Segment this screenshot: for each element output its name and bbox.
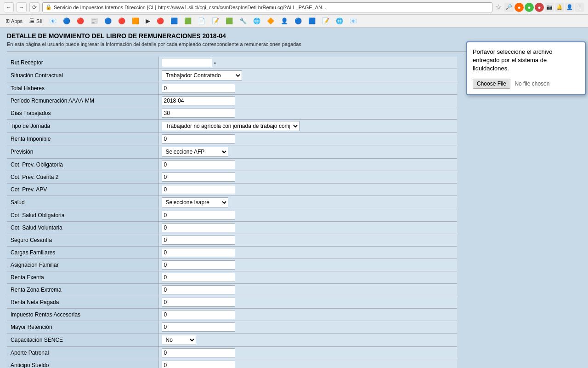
ext-icon-1[interactable]: 🔎 [504,3,514,12]
renta-zona-input[interactable] [162,285,235,294]
url-display: https://www1.sii.cl/cgi_csm/csmDespInsDe… [158,5,326,10]
table-row: Total Haberes [7,82,457,95]
table-row: Cargas Familiares [7,247,457,259]
bm-20[interactable]: 🔵 [293,17,304,25]
sii-bookmark[interactable]: 🏛SII [27,17,44,25]
table-row: Seguro Cesantía [7,234,457,247]
field-label-total-haberes: Total Haberes [7,82,158,95]
situacion-select[interactable]: Trabajador Contratado [162,70,242,80]
bm-7[interactable]: 🔴 [116,17,127,25]
renta-imponible-input[interactable] [162,134,235,144]
apps-bookmark[interactable]: ⊞ Apps [4,17,24,25]
field-label-renta-exenta: Renta Exenta [7,271,158,284]
bm-18[interactable]: 🔶 [265,17,276,25]
field-input-cot-prev-c2 [158,171,457,184]
field-input-salud: Seleccione Isapre [158,196,457,209]
capacitacion-select[interactable]: No Sí [162,335,196,345]
asignacion-input[interactable] [162,260,235,270]
field-label-salud: Salud [7,196,158,209]
field-label-periodo: Período Remuneración AAAA-MM [7,95,158,107]
cot-salud-obl-input[interactable] [162,211,235,220]
field-input-periodo [158,95,457,107]
bm-19[interactable]: 👤 [279,17,290,25]
renta-exenta-input[interactable] [162,273,235,282]
cot-salud-vol-input[interactable] [162,223,235,232]
bm-15[interactable]: 🟩 [224,17,235,25]
salud-select[interactable]: Seleccione Isapre [162,197,228,207]
bm-16[interactable]: 🔧 [237,17,249,25]
bm-21[interactable]: 🟦 [306,17,317,25]
cargas-input[interactable] [162,248,235,257]
periodo-input[interactable] [162,96,235,105]
rut-input[interactable] [162,58,212,67]
ext-icon-4[interactable]: ● [535,3,544,12]
bm-10[interactable]: 🔴 [155,17,166,25]
bookmarks-bar: ⊞ Apps 🏛SII 📧 🔵 🔴 📰 🔵 🔴 🟧 ▶ 🔴 🟦 🟩 📄 📝 🟩 … [0,15,588,28]
star-icon[interactable]: ☆ [495,3,502,12]
bm-14[interactable]: 📝 [210,17,221,25]
bm-17[interactable]: 🌐 [251,17,262,25]
bm-5[interactable]: 📰 [89,17,100,25]
apps-label: Apps [11,18,23,24]
field-input-renta-neta [158,296,457,309]
ext-icon-8[interactable]: ⋮ [575,3,584,12]
field-input-seguro [158,234,457,247]
bm-8[interactable]: 🟧 [130,17,141,25]
mayor-ret-input[interactable] [162,322,235,332]
bm-22[interactable]: 📝 [320,17,331,25]
bm-24[interactable]: 📧 [348,17,359,25]
renta-neta-input[interactable] [162,298,235,307]
bm-12[interactable]: 🟩 [182,17,193,25]
field-label-cargas: Cargas Familiares [7,247,158,259]
rut-dash: - [214,59,216,66]
field-input-cargas [158,247,457,259]
table-row: Anticipo Sueldo [7,359,457,368]
ext-icon-2[interactable]: ● [514,3,524,12]
field-input-aporte [158,347,457,359]
bm-6[interactable]: 🔵 [102,17,113,25]
bm-3[interactable]: 🔵 [61,17,72,25]
table-row: Cot. Prev. APV [7,184,457,196]
bm-11[interactable]: 🟦 [169,17,180,25]
choose-file-button[interactable]: Choose File [473,79,510,89]
bm-23[interactable]: 🌐 [334,17,345,25]
aporte-input[interactable] [162,348,235,357]
table-row: Salud Seleccione Isapre [7,196,457,209]
field-label-cot-salud-vol: Cot. Salud Voluntaria [7,222,158,234]
page-title: DETALLE DE MOVIMIENTO DEL LIBRO DE REMUN… [7,32,581,40]
ext-icon-7[interactable]: 👤 [565,3,574,12]
jornada-select[interactable]: Trabajador no agrícola con jornada de tr… [162,121,300,131]
seguro-input[interactable] [162,236,235,245]
reload-button[interactable]: ⟳ [29,2,40,12]
cot-prev-obl-input[interactable] [162,160,235,169]
field-input-dias [158,107,457,120]
field-label-asignacion: Asignación Familiar [7,259,158,271]
ext-icon-6[interactable]: 🔔 [555,3,564,12]
popup-box: Porfavor seleccione el archivo entregado… [466,41,586,95]
bm-mail[interactable]: 📧 [47,17,58,25]
cot-prev-c2-input[interactable] [162,172,235,182]
field-input-renta-imponible [158,133,457,145]
field-input-situacion: Trabajador Contratado [158,69,457,82]
table-row: Período Remuneración AAAA-MM [7,95,457,107]
no-file-label: No file chosen [514,80,549,87]
forward-button[interactable]: → [17,2,27,12]
ext-icon-5[interactable]: 📷 [545,3,554,12]
impuesto-input[interactable] [162,310,235,319]
back-button[interactable]: ← [4,2,14,12]
apps-icon: ⊞ [6,18,10,24]
table-row: Renta Neta Pagada [7,296,457,309]
field-label-seguro: Seguro Cesantía [7,234,158,247]
total-haberes-input[interactable] [162,84,235,93]
cot-prev-apv-input[interactable] [162,185,235,194]
field-label-renta-neta: Renta Neta Pagada [7,296,158,309]
ext-icon-3[interactable]: ● [525,3,534,12]
address-bar[interactable]: 🔒 Servicio de Impuestos Internos Direcci… [42,2,492,12]
bm-9[interactable]: ▶ [144,17,152,25]
dias-input[interactable] [162,109,235,118]
bm-13[interactable]: 📄 [196,17,207,25]
bm-4[interactable]: 🔴 [75,17,86,25]
prevision-select[interactable]: Seleccione AFP [162,147,228,157]
anticipo-input[interactable] [162,361,235,368]
field-label-aporte: Aporte Patronal [7,347,158,359]
